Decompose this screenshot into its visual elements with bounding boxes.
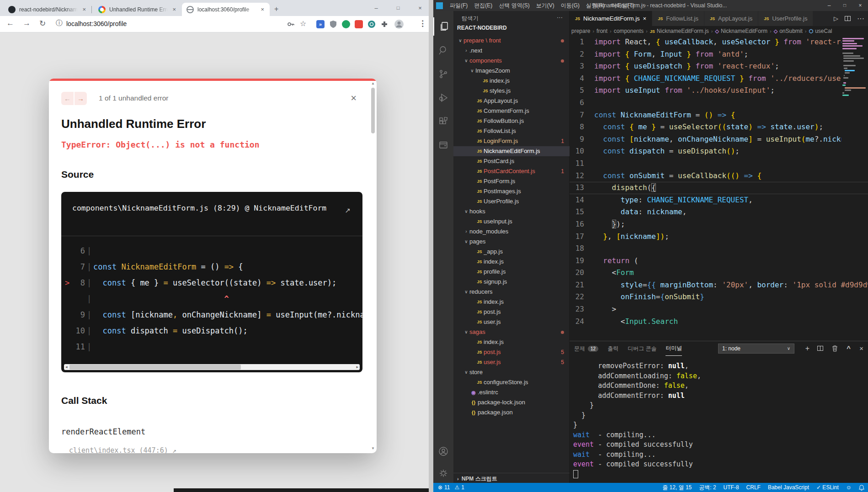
problems-status[interactable]: ⊗11⚠1: [438, 484, 464, 491]
trash-icon[interactable]: [832, 345, 838, 352]
browser-close-button[interactable]: ×: [410, 0, 431, 16]
prev-error-button[interactable]: ←: [61, 92, 74, 105]
tree-item-file[interactable]: JSPostImages.js: [453, 186, 570, 196]
panel-tab-출력[interactable]: 출력: [607, 341, 618, 356]
breadcrumb-item[interactable]: ⬡useCal: [809, 28, 832, 34]
menu-f[interactable]: 파일(F): [447, 2, 471, 10]
run-debug-icon[interactable]: [433, 89, 453, 107]
tree-item-file[interactable]: JSPostForm.js: [453, 176, 570, 186]
open-in-editor-icon[interactable]: ↗: [345, 206, 351, 215]
tree-item-folder[interactable]: ›node_modules: [453, 227, 570, 237]
code-horizontal-scrollbar[interactable]: ◂ ▸: [64, 364, 360, 370]
tree-item-file[interactable]: JSprofile.js: [453, 267, 570, 277]
tree-item-file[interactable]: JSCommentForm.js: [453, 106, 570, 116]
close-tab-icon[interactable]: ×: [81, 6, 87, 13]
menu-s[interactable]: 선택 영역(S): [495, 2, 533, 10]
ext-puzzle-icon[interactable]: [380, 20, 389, 28]
tree-item-file[interactable]: JSNicknameEditForm.js: [453, 146, 570, 156]
modal-scrollbar[interactable]: ▲ ▼: [370, 81, 376, 450]
star-icon[interactable]: ☆: [300, 19, 306, 28]
tree-item-file[interactable]: JSLoginForm.js1: [453, 136, 570, 146]
status-item[interactable]: UTF-8: [724, 484, 739, 491]
breadcrumb-item[interactable]: ◇NicknameEditForm: [715, 28, 768, 34]
tree-item-folder[interactable]: ∨components: [453, 56, 570, 66]
browser-minimize-button[interactable]: –: [366, 0, 387, 16]
more-actions-icon[interactable]: ···: [857, 15, 864, 23]
next-error-button[interactable]: →: [75, 92, 87, 105]
close-tab-icon[interactable]: ×: [643, 15, 647, 22]
avatar-icon[interactable]: [394, 19, 404, 29]
tree-item-file[interactable]: JSFollowButton.js: [453, 116, 570, 126]
key-icon[interactable]: [287, 21, 294, 28]
tree-item-file[interactable]: JSindex.js: [453, 76, 570, 86]
code-editor[interactable]: 1import React, { useCallback, useSelecto…: [570, 36, 868, 341]
explorer-actions-icon[interactable]: ···: [557, 14, 563, 21]
tree-item-file[interactable]: {}package.json: [453, 407, 570, 418]
address-bar[interactable]: localhost:3060/profile: [66, 20, 127, 27]
menu-e[interactable]: 편집(E): [471, 2, 495, 10]
new-tab-button[interactable]: +: [274, 5, 278, 13]
status-item[interactable]: 줄 12, 열 15: [662, 484, 692, 492]
tree-item-file[interactable]: {}package-lock.json: [453, 397, 570, 407]
forward-button[interactable]: →: [23, 19, 31, 28]
breadcrumb-item[interactable]: ◇onSubmit: [774, 28, 803, 34]
new-terminal-icon[interactable]: +: [805, 344, 809, 353]
account-icon[interactable]: [433, 442, 453, 460]
minimap[interactable]: [841, 36, 868, 175]
scroll-right-icon[interactable]: ▸: [356, 364, 358, 370]
bell-icon[interactable]: [859, 485, 864, 491]
ext-red-icon[interactable]: [355, 20, 363, 28]
feedback-smiley-icon[interactable]: ☺: [846, 484, 852, 491]
tree-item-file[interactable]: JSstyles.js: [453, 86, 570, 96]
tree-item-file[interactable]: JSindex.js: [453, 297, 570, 307]
tree-item-file[interactable]: JSindex.js: [453, 337, 570, 347]
extensions-icon[interactable]: [433, 112, 453, 131]
terminal-shell-select[interactable]: 1: node∨: [718, 344, 794, 354]
browser-maximize-button[interactable]: □: [388, 0, 409, 16]
tree-item-file[interactable]: JSUserProfile.js: [453, 196, 570, 206]
kebab-menu-icon[interactable]: ⋮: [419, 19, 426, 28]
scrollbar-thumb[interactable]: [69, 365, 241, 370]
tree-item-file[interactable]: ◉.eslintrc: [453, 387, 570, 397]
menu-v[interactable]: 보기(V): [533, 2, 558, 10]
close-overlay-icon[interactable]: ×: [351, 92, 357, 104]
reload-button[interactable]: ↻: [39, 19, 46, 28]
ext-green-icon[interactable]: [342, 20, 350, 28]
remote-icon[interactable]: [433, 136, 453, 154]
panel-tab-디버그 콘솔[interactable]: 디버그 콘솔: [628, 341, 656, 356]
editor-tab[interactable]: JSNicknameEditForm.js×: [570, 11, 652, 26]
ext-blue-icon[interactable]: »: [316, 20, 325, 28]
close-panel-icon[interactable]: ×: [859, 344, 863, 352]
back-button[interactable]: ←: [6, 19, 14, 28]
ext-shield-icon[interactable]: [329, 20, 337, 28]
breadcrumb-item[interactable]: components: [614, 28, 644, 34]
split-editor-icon[interactable]: [845, 16, 851, 21]
vscode-close-button[interactable]: ×: [852, 0, 868, 11]
status-item[interactable]: 공백: 2: [699, 484, 716, 492]
split-terminal-icon[interactable]: [817, 346, 823, 351]
tree-item-file[interactable]: JSPostCard.js: [453, 156, 570, 166]
tree-item-folder[interactable]: ›.next: [453, 46, 570, 56]
scroll-down-icon[interactable]: ▼: [371, 446, 375, 450]
tree-item-file[interactable]: JSPostCardContent.js1: [453, 166, 570, 176]
editor-tab[interactable]: JSUserProfile.js: [758, 11, 813, 26]
workspace-root[interactable]: REACT-NODEBIRD: [457, 25, 507, 31]
tree-item-folder[interactable]: ∨reducers: [453, 287, 570, 297]
run-file-icon[interactable]: ▷: [834, 15, 838, 22]
browser-tab[interactable]: localhost:3060/profile×: [182, 3, 270, 16]
breadcrumb-item[interactable]: JSNicknameEditForm.js: [650, 28, 709, 34]
editor-tab[interactable]: JSFollowList.js: [652, 11, 704, 26]
tree-item-folder[interactable]: ∨pages: [453, 237, 570, 247]
scroll-left-icon[interactable]: ◂: [65, 364, 68, 370]
vscode-maximize-button[interactable]: □: [837, 0, 852, 11]
tree-item-file[interactable]: JSAppLayout.js: [453, 96, 570, 106]
terminal-output[interactable]: removePostError: null, addCommentLoading…: [573, 361, 861, 479]
close-tab-icon[interactable]: ×: [260, 6, 265, 13]
tree-item-folder[interactable]: ∨sagas: [453, 327, 570, 337]
search-icon[interactable]: [433, 41, 453, 59]
ext-gear-icon[interactable]: [367, 20, 376, 28]
scrollbar-thumb[interactable]: [371, 88, 375, 133]
panel-tab-문제[interactable]: 문제12: [574, 341, 598, 356]
tree-item-file[interactable]: JSuser.js5: [453, 357, 570, 367]
status-item[interactable]: Babel JavaScript: [768, 484, 809, 491]
